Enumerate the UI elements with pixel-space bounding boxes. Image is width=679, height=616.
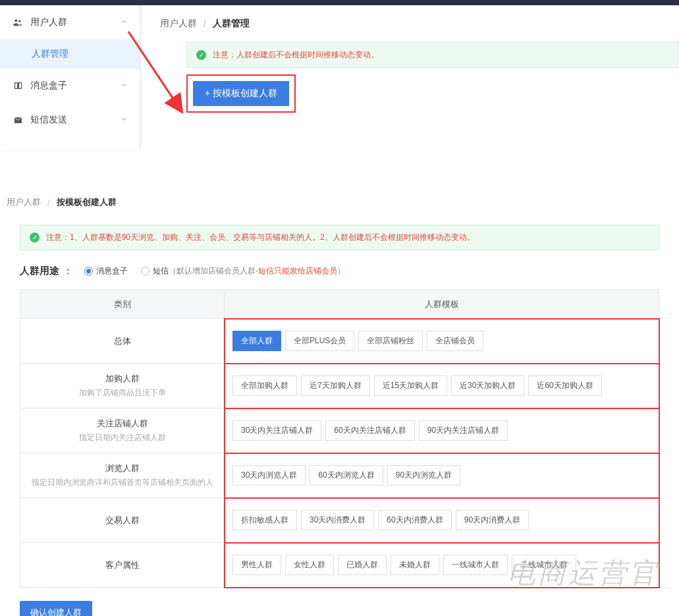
chevron-up-icon <box>120 18 128 28</box>
sidebar-item-sms[interactable]: 短信发送 <box>0 103 140 137</box>
breadcrumb-current: 按模板创建人群 <box>57 196 117 208</box>
table-row: 关注店铺人群指定日期内关注店铺人群30天内关注店铺人群60天内关注店铺人群90天… <box>20 408 659 453</box>
sidebar-item-users[interactable]: 用户人群 <box>0 5 140 40</box>
sidebar-sub-audience-manage[interactable]: 人群管理 <box>0 40 140 69</box>
category-cell: 加购人群加购了店铺商品且没下单 <box>20 364 225 408</box>
book-icon <box>12 81 24 91</box>
table-row: 客户属性男性人群女性人群已婚人群未婚人群一线城市人群二线城市人群 <box>20 543 659 588</box>
sidebar-item-label: 消息盒子 <box>30 80 120 92</box>
template-tag[interactable]: 折扣敏感人群 <box>232 510 297 530</box>
template-tag[interactable]: 近7天加购人群 <box>301 376 370 396</box>
table-row: 交易人群折扣敏感人群30天内消费人群60天内消费人群90天内消费人群 <box>20 498 659 543</box>
template-tag[interactable]: 近60天加购人群 <box>528 376 601 396</box>
template-tag[interactable]: 30天内消费人群 <box>301 510 374 530</box>
template-cell: 男性人群女性人群已婚人群未婚人群一线城市人群二线城市人群 <box>225 543 659 588</box>
mail-icon <box>12 115 24 125</box>
template-tag[interactable]: 60天内关注店铺人群 <box>325 420 414 441</box>
radio-message-box[interactable]: 消息盒子 <box>84 266 128 277</box>
radio-label: 消息盒子 <box>96 266 128 277</box>
svg-point-1 <box>18 20 20 22</box>
category-cell: 客户属性 <box>20 543 225 588</box>
radio-checked-icon <box>84 267 93 275</box>
template-tag[interactable]: 全部人群 <box>232 331 281 351</box>
template-tag[interactable]: 女性人群 <box>285 555 334 575</box>
category-title: 交易人群 <box>28 515 216 526</box>
category-title: 关注店铺人群 <box>28 418 216 430</box>
create-by-template-button[interactable]: + 按模板创建人群 <box>193 81 289 106</box>
table-row: 加购人群加购了店铺商品且没下单全部加购人群近7天加购人群近15天加购人群近30天… <box>20 364 659 408</box>
radio-sms[interactable]: 短信 （默认增加店铺会员人群-短信只能发给店铺会员） <box>141 266 345 277</box>
sidebar-item-message-box[interactable]: 消息盒子 <box>0 69 140 103</box>
table-body: 总体全部人群全部PLUS会员全部店铺粉丝全店铺会员加购人群加购了店铺商品且没下单… <box>20 319 659 588</box>
template-tag[interactable]: 30天内浏览人群 <box>232 465 306 486</box>
breadcrumb-item[interactable]: 用户人群 <box>7 196 41 208</box>
template-cell: 30天内浏览人群60天内浏览人群90天内浏览人群 <box>225 453 659 498</box>
table-header-template: 人群模板 <box>225 290 659 319</box>
alert-notice: ✓ 注意：人群创建后不会根据时间推移动态变动。 <box>186 42 679 68</box>
table-row: 浏览人群指定日期内浏览商详和店铺首页等店铺相关页面的人30天内浏览人群60天内浏… <box>20 453 659 498</box>
template-tag[interactable]: 一线城市人群 <box>443 555 508 575</box>
breadcrumb: 用户人群 / 按模板创建人群 <box>7 196 672 208</box>
chevron-down-icon <box>120 81 128 91</box>
sidebar-item-label: 用户人群 <box>30 16 120 28</box>
category-title: 总体 <box>28 335 216 347</box>
radio-note: （默认增加店铺会员人群-短信只能发给店铺会员） <box>169 266 345 277</box>
template-tag[interactable]: 全部店铺粉丝 <box>358 331 423 351</box>
template-tag[interactable]: 全部加购人群 <box>232 376 297 396</box>
breadcrumb-current: 人群管理 <box>213 18 250 30</box>
template-tag[interactable]: 全部PLUS会员 <box>285 331 354 351</box>
confirm-create-button[interactable]: 确认创建人群 <box>20 601 92 616</box>
template-tag[interactable]: 已婚人群 <box>338 555 387 575</box>
template-tag[interactable]: 未婚人群 <box>391 555 439 575</box>
template-tag[interactable]: 90天内关注店铺人群 <box>419 420 508 441</box>
breadcrumb-separator: / <box>47 198 50 208</box>
template-cell: 30天内关注店铺人群60天内关注店铺人群90天内关注店铺人群 <box>225 408 659 453</box>
section-audience-manage: 用户人群 人群管理 消息盒子 短信发送 <box>0 5 679 150</box>
breadcrumb-item[interactable]: 用户人群 <box>160 18 197 30</box>
category-title: 浏览人群 <box>28 462 216 474</box>
section-create-by-template: 用户人群 / 按模板创建人群 ✓ 注意：1、人群基数是90天浏览、加购、关注、会… <box>0 150 679 616</box>
template-tag[interactable]: 男性人群 <box>232 555 281 575</box>
content-panel: 用户人群 / 人群管理 ✓ 注意：人群创建后不会根据时间推移动态变动。 + 按模… <box>140 5 679 150</box>
purpose-row: 人群用途 ： 消息盒子 短信 （默认增加店铺会员人群-短信只能发给店铺会员） <box>7 250 672 289</box>
template-cell: 折扣敏感人群30天内消费人群60天内消费人群90天内消费人群 <box>225 498 659 543</box>
table-row: 总体全部人群全部PLUS会员全部店铺粉丝全店铺会员 <box>20 319 659 364</box>
check-circle-icon: ✓ <box>30 233 40 242</box>
check-circle-icon: ✓ <box>196 50 206 60</box>
template-tag[interactable]: 60天内浏览人群 <box>310 465 383 486</box>
sidebar-sub-label: 人群管理 <box>32 48 68 60</box>
template-tag[interactable]: 90天内浏览人群 <box>387 465 460 486</box>
category-cell: 总体 <box>20 319 225 364</box>
template-cell: 全部人群全部PLUS会员全部店铺粉丝全店铺会员 <box>225 319 659 364</box>
purpose-label: 人群用途 <box>20 265 59 277</box>
chevron-down-icon <box>120 115 128 125</box>
category-subtitle: 指定日期内关注店铺人群 <box>28 432 216 443</box>
template-tag[interactable]: 60天内消费人群 <box>378 510 451 530</box>
template-tag[interactable]: 全店铺会员 <box>427 331 483 351</box>
top-bar <box>0 0 679 5</box>
template-tag[interactable]: 二线城市人群 <box>512 555 576 575</box>
svg-point-0 <box>14 19 17 22</box>
table-header-category: 类别 <box>20 290 225 319</box>
users-icon <box>12 17 24 28</box>
sidebar-item-label: 短信发送 <box>30 114 120 126</box>
alert-text: 注意：1、人群基数是90天浏览、加购、关注、会员、交易等与店铺相关的人。2、人群… <box>46 232 475 243</box>
template-cell: 全部加购人群近7天加购人群近15天加购人群近30天加购人群近60天加购人群 <box>225 364 659 408</box>
category-subtitle: 加购了店铺商品且没下单 <box>28 387 216 399</box>
template-tag[interactable]: 30天内关注店铺人群 <box>232 420 321 441</box>
template-table: 类别 人群模板 总体全部人群全部PLUS会员全部店铺粉丝全店铺会员加购人群加购了… <box>20 289 659 588</box>
category-title: 加购人群 <box>28 373 216 385</box>
highlight-box: + 按模板创建人群 <box>186 74 296 113</box>
breadcrumb: 用户人群 / 人群管理 <box>160 5 679 42</box>
template-tag[interactable]: 近30天加购人群 <box>451 376 524 396</box>
template-tag[interactable]: 近15天加购人群 <box>374 376 447 396</box>
category-cell: 关注店铺人群指定日期内关注店铺人群 <box>20 408 225 453</box>
template-tag[interactable]: 90天内消费人群 <box>456 510 529 530</box>
breadcrumb-separator: / <box>204 18 206 29</box>
category-subtitle: 指定日期内浏览商详和店铺首页等店铺相关页面的人 <box>28 477 216 488</box>
category-cell: 交易人群 <box>20 498 225 543</box>
alert-notice: ✓ 注意：1、人群基数是90天浏览、加购、关注、会员、交易等与店铺相关的人。2、… <box>20 225 659 250</box>
alert-text: 注意：人群创建后不会根据时间推移动态变动。 <box>213 49 379 61</box>
radio-unchecked-icon <box>141 267 149 275</box>
colon: ： <box>63 266 72 277</box>
